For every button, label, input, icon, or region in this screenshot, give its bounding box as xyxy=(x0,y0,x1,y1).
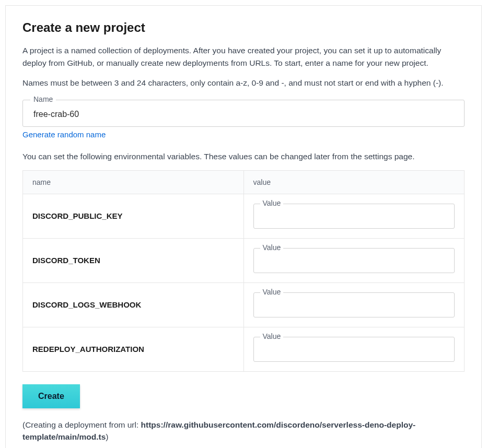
env-value-field-wrapper: Value xyxy=(253,204,455,229)
env-intro: You can set the following environmental … xyxy=(22,150,465,163)
env-var-name: DISCORD_TOKEN xyxy=(32,256,100,265)
name-field-wrapper: Name xyxy=(22,100,465,127)
footer-note: (Creating a deployment from url: https:/… xyxy=(22,419,465,443)
description-paragraph-2: Names must be between 3 and 24 character… xyxy=(22,77,465,89)
env-var-row: DISCORD_TOKENValue xyxy=(23,239,465,283)
env-value-field-wrapper: Value xyxy=(253,292,455,317)
env-value-field-wrapper: Value xyxy=(253,337,455,362)
env-value-input[interactable] xyxy=(261,257,447,266)
env-var-name: DISCORD_PUBLIC_KEY xyxy=(32,211,123,220)
env-value-input[interactable] xyxy=(261,301,447,310)
page-title: Create a new project xyxy=(22,20,465,35)
env-var-row: DISCORD_PUBLIC_KEYValue xyxy=(23,194,465,239)
env-column-value: value xyxy=(243,171,465,194)
env-value-label: Value xyxy=(260,288,284,296)
env-value-label: Value xyxy=(260,332,284,340)
project-name-input[interactable] xyxy=(33,110,454,119)
footer-prefix: (Creating a deployment from url: xyxy=(22,420,141,429)
env-var-name: DISCORD_LOGS_WEBHOOK xyxy=(32,300,141,309)
description-paragraph-1: A project is a named collection of deplo… xyxy=(22,44,465,69)
env-value-input[interactable] xyxy=(261,346,447,355)
name-field-label: Name xyxy=(30,95,56,103)
footer-suffix: ) xyxy=(106,432,108,441)
env-column-name: name xyxy=(23,171,244,194)
env-value-field-wrapper: Value xyxy=(253,248,455,273)
env-var-name: REDEPLOY_AUTHORIZATION xyxy=(32,345,144,353)
create-project-panel: Create a new project A project is a name… xyxy=(5,5,482,448)
generate-random-name-link[interactable]: Generate random name xyxy=(22,130,106,139)
create-button[interactable]: Create xyxy=(22,384,80,408)
env-vars-table: name value DISCORD_PUBLIC_KEYValueDISCOR… xyxy=(22,170,465,372)
env-var-row: REDEPLOY_AUTHORIZATIONValue xyxy=(23,327,465,372)
env-value-input[interactable] xyxy=(261,213,447,221)
env-value-label: Value xyxy=(260,199,284,207)
env-value-label: Value xyxy=(260,243,284,252)
env-var-row: DISCORD_LOGS_WEBHOOKValue xyxy=(23,283,465,327)
